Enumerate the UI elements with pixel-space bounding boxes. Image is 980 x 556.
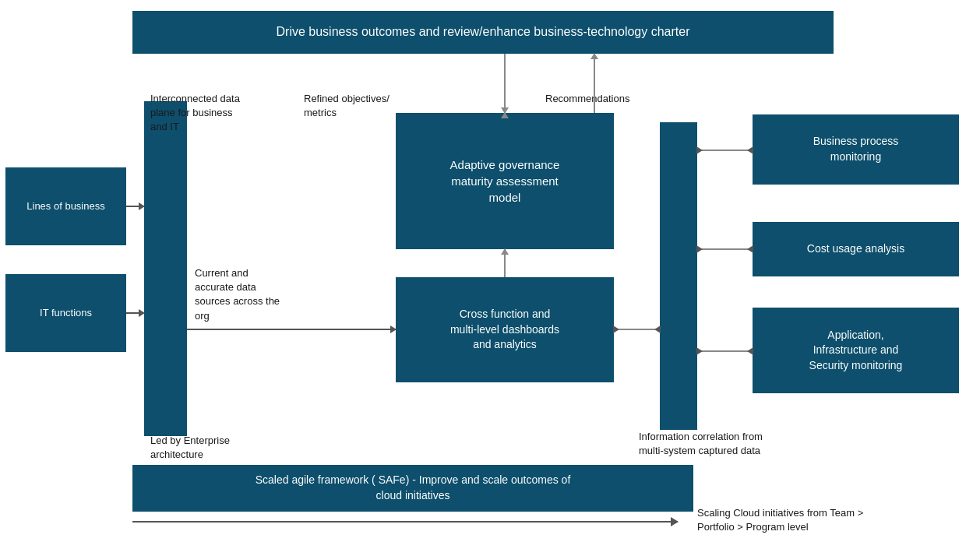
- arrow-it-to-bar: [126, 312, 144, 314]
- lob-box: Lines of business: [5, 167, 126, 245]
- it-label: IT functions: [40, 306, 92, 320]
- interconnected-label: Interconnected data plane for business a…: [150, 92, 275, 135]
- adaptive-governance-box: Adaptive governance maturity assessment …: [396, 113, 614, 249]
- adaptive-box-text: Adaptive governance maturity assessment …: [450, 157, 560, 206]
- cost-box-text: Cost usage analysis: [807, 241, 904, 257]
- arrow-adaptive-top: [504, 113, 506, 114]
- refined-label: Refined objectives/ metrics: [304, 92, 397, 120]
- scaling-label: Scaling Cloud initiatives from Team > Po…: [697, 506, 962, 534]
- top-banner: Drive business outcomes and review/enhan…: [132, 11, 834, 54]
- arrow-lob-to-bar: [126, 206, 144, 207]
- arrow-recommendations-up: [594, 54, 595, 113]
- app-infra-security-box: Application, Infrastructure and Security…: [753, 308, 959, 393]
- lob-label: Lines of business: [26, 199, 104, 213]
- bpm-box-text: Business process monitoring: [813, 134, 899, 164]
- safe-banner: Scaled agile framework ( SAFe) - Improve…: [132, 465, 693, 512]
- safe-banner-text: Scaled agile framework ( SAFe) - Improve…: [256, 473, 571, 503]
- led-label: Led by Enterprise architecture: [150, 434, 275, 462]
- arrow-cross-to-adaptive: [504, 249, 506, 277]
- arrow-cross-to-center: [614, 329, 660, 330]
- current-data-label: Current and accurate data sources across…: [195, 266, 343, 323]
- arrow-bar-to-cross: [187, 329, 396, 330]
- cross-function-box: Cross function and multi-level dashboard…: [396, 277, 614, 382]
- diagram: Drive business outcomes and review/enhan…: [0, 0, 980, 556]
- app-box-text: Application, Infrastructure and Security…: [809, 328, 903, 374]
- arrow-banner-to-refined: [504, 54, 506, 113]
- arrow-center-to-bpm: [697, 150, 753, 151]
- arrow-center-to-app: [697, 350, 753, 352]
- center-bar: [660, 122, 697, 430]
- it-box: IT functions: [5, 274, 126, 352]
- business-process-monitoring-box: Business process monitoring: [753, 114, 959, 185]
- bottom-scaling-arrow: [132, 521, 678, 523]
- recommendations-label: Recommendations: [545, 92, 670, 106]
- top-banner-text: Drive business outcomes and review/enhan…: [277, 23, 690, 40]
- arrow-center-to-cost: [697, 248, 753, 250]
- cost-usage-box: Cost usage analysis: [753, 222, 959, 276]
- left-bar: [144, 101, 187, 436]
- cross-box-text: Cross function and multi-level dashboard…: [450, 307, 559, 353]
- info-correlation-label: Information correlation from multi-syste…: [639, 430, 826, 458]
